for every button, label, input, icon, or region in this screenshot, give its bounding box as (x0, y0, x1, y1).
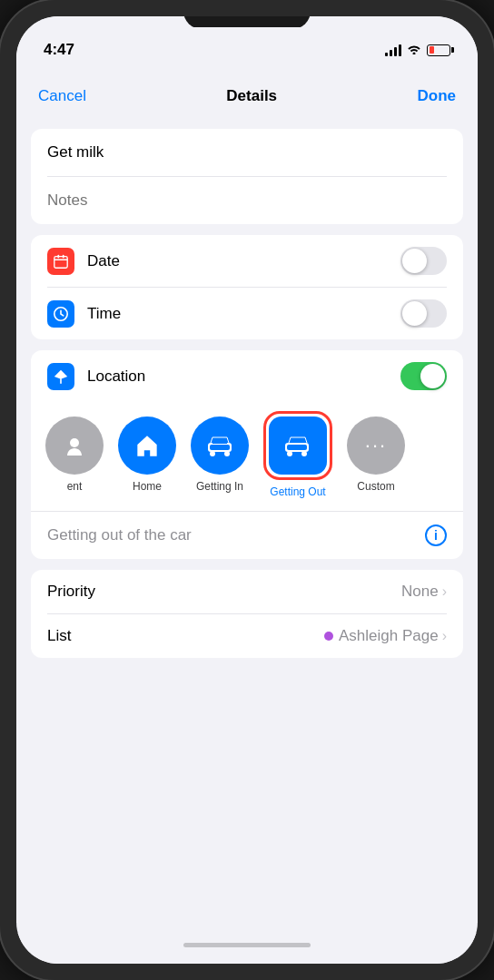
task-card (31, 129, 463, 224)
svg-rect-1 (57, 254, 59, 258)
date-row: Date (31, 235, 463, 287)
wifi-icon (407, 43, 421, 57)
priority-row[interactable]: Priority None › (31, 570, 463, 613)
cancel-button[interactable]: Cancel (38, 87, 86, 105)
list-dot-icon (324, 632, 333, 641)
list-label: List (47, 627, 324, 645)
home-indicator (16, 933, 478, 964)
priority-list-card: Priority None › List Ashleigh Page › (31, 570, 463, 658)
svg-point-11 (287, 451, 292, 456)
svg-point-12 (301, 451, 307, 456)
getting-in-circle (191, 416, 249, 475)
custom-label: Custom (357, 480, 394, 493)
svg-rect-10 (287, 445, 307, 450)
location-option-custom[interactable]: ··· Custom (347, 416, 405, 493)
status-icons (385, 43, 450, 57)
svg-point-7 (210, 451, 215, 456)
home-label: Home (133, 480, 162, 493)
location-option-getting-out[interactable]: Getting Out (263, 411, 332, 498)
custom-circle: ··· (347, 416, 405, 475)
time-label: Time (87, 305, 388, 323)
time-toggle[interactable] (400, 299, 447, 328)
priority-label: Priority (47, 583, 401, 601)
info-button[interactable]: i (425, 524, 447, 546)
location-options-row: ent Home (31, 402, 463, 511)
location-option-getting-in[interactable]: Getting In (191, 416, 249, 493)
status-time: 4:47 (44, 41, 74, 59)
time-row: Time (31, 288, 463, 339)
home-circle (118, 416, 176, 475)
list-chevron-icon: › (442, 628, 447, 644)
getting-in-label: Getting In (196, 480, 243, 493)
getting-out-circle (269, 416, 327, 475)
svg-point-8 (224, 451, 230, 456)
location-label: Location (87, 368, 388, 386)
location-icon (47, 363, 74, 390)
date-label: Date (87, 252, 388, 270)
current-label: ent (67, 480, 83, 493)
location-toggle[interactable] (400, 362, 447, 390)
svg-point-4 (70, 438, 79, 447)
svg-rect-0 (54, 256, 67, 268)
location-description-row: Getting out of the car i (31, 511, 463, 559)
priority-value: None (401, 583, 439, 601)
location-card: Location ent (31, 350, 463, 559)
nav-bar: Cancel Details Done (16, 73, 478, 120)
current-location-circle (45, 416, 104, 475)
done-button[interactable]: Done (417, 87, 456, 105)
page-title: Details (226, 87, 277, 105)
phone-frame: 4:47 Cancel De (0, 0, 494, 980)
content-area: Date Time (16, 120, 478, 933)
svg-rect-6 (210, 445, 230, 450)
priority-chevron-icon: › (442, 583, 447, 600)
date-icon (47, 248, 74, 275)
task-title-input[interactable] (31, 129, 463, 176)
getting-out-label: Getting Out (270, 485, 325, 498)
selected-ring (263, 411, 332, 480)
date-time-card: Date Time (31, 235, 463, 339)
time-icon (47, 300, 74, 328)
phone-screen: 4:47 Cancel De (16, 16, 478, 964)
home-bar (183, 943, 311, 947)
location-option-home[interactable]: Home (118, 416, 176, 493)
date-toggle[interactable] (400, 247, 447, 275)
notes-input[interactable] (31, 177, 463, 224)
location-row: Location (31, 350, 463, 402)
notch-area (16, 16, 478, 27)
battery-icon (427, 44, 450, 56)
list-row[interactable]: List Ashleigh Page › (31, 614, 463, 658)
signal-bars-icon (385, 44, 401, 56)
list-value: Ashleigh Page (339, 627, 439, 645)
location-option-current[interactable]: ent (45, 416, 104, 493)
location-description: Getting out of the car (47, 526, 425, 544)
svg-rect-2 (63, 254, 64, 258)
status-bar: 4:47 (16, 27, 478, 73)
